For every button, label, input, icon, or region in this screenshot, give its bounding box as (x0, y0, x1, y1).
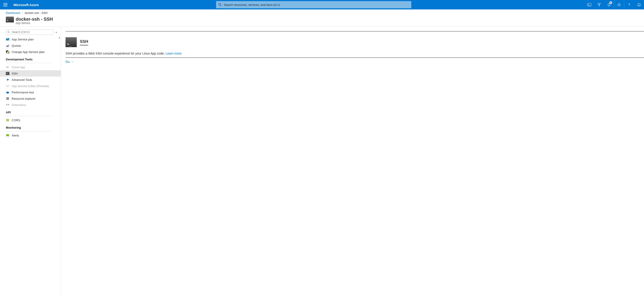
sidebar-item-ssh[interactable]: >_SSH (0, 70, 61, 77)
breadcrumb-current: docker-ssh - SSH (25, 11, 48, 15)
sidebar-item-label: CORS (12, 119, 20, 122)
resource-search-input[interactable] (12, 30, 52, 34)
go-link-label: Go (66, 60, 70, 64)
cloud-shell-button[interactable] (584, 0, 594, 10)
svg-point-30 (8, 52, 9, 54)
learn-more-link[interactable]: Learn more (166, 52, 182, 55)
sidebar-item-extensions: Extensions (0, 102, 61, 108)
svg-rect-27 (8, 45, 9, 47)
help-button[interactable] (624, 0, 634, 10)
svg-point-37 (6, 92, 9, 93)
page-title: docker-ssh - SSH (16, 17, 53, 22)
cors-icon (6, 118, 10, 122)
sidebar-item-label: App Service plan (12, 38, 34, 41)
directory-filter-button[interactable] (594, 0, 604, 10)
svg-rect-23 (6, 39, 8, 39)
svg-line-13 (620, 6, 620, 6)
sidebar-item-performance-test[interactable]: Performance test (0, 89, 61, 95)
smile-icon (637, 3, 641, 7)
main-pane: >_ SSH SSH provides a Web SSH console ex… (61, 27, 644, 296)
notifications-button[interactable]: 6 (604, 0, 614, 10)
breadcrumb: Dashboard › docker-ssh - SSH (0, 10, 644, 16)
notification-badge: 6 (610, 1, 612, 4)
svg-line-4 (220, 5, 222, 6)
page-subtitle: App Service (16, 22, 53, 25)
sidebar-item-label: Extensions (12, 103, 26, 107)
page-header: >_ docker-ssh - SSH App Service (0, 16, 644, 27)
main-description: SSH provides a Web SSH console experienc… (66, 51, 644, 58)
change-icon (6, 50, 10, 54)
sidebar-item-label: Clone App (12, 66, 25, 69)
editor-icon (6, 84, 10, 88)
svg-point-7 (619, 4, 620, 6)
sidebar-item-resource-explorer[interactable]: Resource explorer (0, 95, 61, 102)
topbar: Microsoft Azure 6 (0, 0, 644, 10)
sidebar-item-label: SSH (12, 72, 18, 75)
sidebar-item-quotas[interactable]: Quotas (0, 43, 61, 49)
sidebar-item-change-app-service-plan[interactable]: Change App Service plan (0, 49, 61, 55)
svg-line-12 (618, 3, 618, 4)
main-title: SSH (80, 39, 88, 45)
cloud-shell-icon (587, 3, 591, 6)
search-icon (218, 3, 222, 6)
hamburger-icon (3, 3, 8, 6)
plan-icon (6, 38, 10, 41)
explorer-icon (6, 97, 10, 100)
gear-icon (617, 3, 621, 7)
svg-line-35 (8, 85, 8, 87)
alerts-icon (6, 134, 10, 137)
sidebar-item-app-service-plan[interactable]: App Service plan (0, 36, 61, 43)
sidebar-item-advanced-tools[interactable]: Advanced Tools (0, 77, 61, 83)
svg-point-19 (640, 4, 640, 5)
feedback-button[interactable] (634, 0, 644, 10)
scroll-up-icon[interactable]: ▴ (59, 36, 60, 39)
svg-point-3 (219, 3, 221, 6)
svg-rect-2 (3, 6, 8, 6)
clone-icon (6, 65, 10, 69)
sidebar-item-app-service-editor-preview: App Service Editor (Preview) (0, 83, 61, 89)
filter-icon (597, 3, 601, 7)
help-icon (628, 3, 631, 7)
global-search[interactable] (216, 1, 411, 8)
divider (6, 63, 52, 63)
sidebar-item-cors[interactable]: CORS (0, 117, 61, 123)
svg-rect-1 (3, 5, 8, 5)
svg-line-15 (620, 3, 620, 4)
terminal-icon: >_ (6, 17, 14, 23)
sidebar-item-clone-app: Clone App (0, 64, 61, 70)
svg-rect-44 (6, 134, 9, 136)
go-link[interactable]: Go → (66, 60, 74, 64)
settings-button[interactable] (614, 0, 624, 10)
svg-rect-26 (8, 45, 8, 47)
svg-rect-25 (6, 46, 7, 47)
arrow-right-icon: → (71, 60, 74, 64)
quotas-icon (6, 44, 10, 47)
sidebar-item-label: Advanced Tools (12, 78, 32, 82)
sidebar-item-label: Quotas (12, 44, 21, 47)
nav-section-title: Development Tools (0, 55, 61, 62)
svg-rect-38 (6, 97, 9, 98)
svg-point-24 (8, 39, 9, 40)
sidebar: « ▴ App Service planQuotasChange App Ser… (0, 27, 61, 296)
nav-section-title: API (0, 108, 61, 115)
terminal-icon: >_ (6, 72, 10, 75)
svg-point-16 (629, 6, 630, 6)
sidebar-list: ▴ App Service planQuotasChange App Servi… (0, 36, 61, 296)
brand-name[interactable]: Microsoft Azure (11, 3, 43, 7)
breadcrumb-root[interactable]: Dashboard (6, 11, 20, 15)
svg-line-21 (9, 33, 10, 33)
menu-button[interactable] (0, 0, 11, 10)
collapse-sidebar-button[interactable]: « (54, 31, 58, 34)
global-search-input[interactable] (223, 3, 409, 7)
sidebar-item-label: Change App Service plan (12, 50, 45, 54)
kudu-icon (6, 78, 10, 82)
sidebar-item-label: App Service Editor (Preview) (12, 84, 49, 88)
svg-line-14 (618, 6, 618, 6)
search-icon (8, 31, 10, 34)
svg-rect-41 (6, 104, 8, 105)
resource-search[interactable] (6, 30, 53, 35)
sidebar-item-alerts[interactable]: Alerts (0, 132, 61, 139)
ext-icon (6, 103, 10, 107)
nav-section-title: Monitoring (0, 123, 61, 130)
perf-icon (6, 91, 10, 94)
